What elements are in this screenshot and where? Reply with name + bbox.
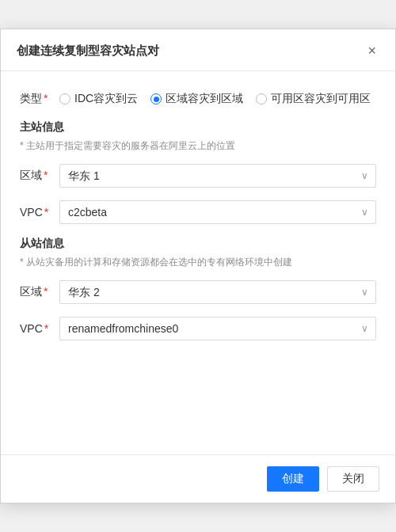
dialog-footer: 创建 关闭: [1, 454, 395, 503]
secondary-vpc-select-wrapper: renamedfromchinese0: [59, 317, 376, 340]
close-icon[interactable]: ×: [364, 42, 379, 59]
dialog-body: 类型* IDC容灾到云 区域容灾到区域 可用区容灾到可用区 主站信息: [1, 71, 395, 454]
required-star: *: [44, 92, 48, 104]
primary-vpc-row: VPC* c2cbeta: [20, 200, 376, 224]
secondary-section-note: * 从站灾备用的计算和存储资源都会在选中的专有网络环境中创建: [20, 256, 376, 269]
type-label: 类型*: [20, 87, 59, 106]
primary-vpc-field: c2cbeta: [59, 200, 376, 224]
primary-section: 主站信息 * 主站用于指定需要容灾的服务器在阿里云上的位置 区域* 华东 1: [20, 120, 376, 224]
primary-section-title: 主站信息: [20, 120, 376, 135]
radio-option-region[interactable]: 区域容灾到区域: [150, 92, 243, 106]
secondary-region-select[interactable]: 华东 2: [59, 280, 376, 304]
primary-region-select[interactable]: 华东 1: [59, 164, 376, 188]
primary-section-note: * 主站用于指定需要容灾的服务器在阿里云上的位置: [20, 139, 376, 153]
radio-circle-idc: [59, 93, 70, 104]
primary-region-select-wrapper: 华东 1: [59, 164, 376, 188]
create-button[interactable]: 创建: [267, 466, 319, 492]
secondary-section: 从站信息 * 从站灾备用的计算和存储资源都会在选中的专有网络环境中创建 区域* …: [20, 237, 376, 340]
type-radio-group: IDC容灾到云 区域容灾到区域 可用区容灾到可用区: [59, 87, 371, 106]
secondary-region-row: 区域* 华东 2: [20, 280, 376, 304]
secondary-vpc-field: renamedfromchinese0: [59, 317, 376, 340]
radio-option-zone[interactable]: 可用区容灾到可用区: [256, 92, 371, 106]
secondary-region-field: 华东 2: [59, 280, 376, 304]
primary-vpc-label: VPC*: [20, 206, 59, 218]
primary-region-label: 区域*: [20, 169, 59, 183]
primary-vpc-select[interactable]: c2cbeta: [59, 200, 376, 224]
radio-circle-zone: [256, 93, 267, 104]
secondary-vpc-select[interactable]: renamedfromchinese0: [59, 317, 376, 340]
secondary-region-select-wrapper: 华东 2: [59, 280, 376, 304]
secondary-vpc-label: VPC*: [20, 322, 59, 335]
radio-circle-region: [150, 93, 162, 104]
dialog-title: 创建连续复制型容灾站点对: [17, 44, 159, 59]
dialog: 创建连续复制型容灾站点对 × 类型* IDC容灾到云 区域容灾到区域 可用区: [0, 28, 396, 504]
close-button[interactable]: 关闭: [327, 466, 379, 492]
dialog-header: 创建连续复制型容灾站点对 ×: [1, 29, 395, 71]
secondary-vpc-row: VPC* renamedfromchinese0: [20, 317, 376, 340]
primary-vpc-select-wrapper: c2cbeta: [59, 200, 376, 224]
secondary-region-label: 区域*: [20, 285, 59, 299]
radio-option-idc[interactable]: IDC容灾到云: [59, 92, 138, 106]
primary-region-row: 区域* 华东 1: [20, 164, 376, 188]
type-row: 类型* IDC容灾到云 区域容灾到区域 可用区容灾到可用区: [20, 87, 376, 106]
secondary-section-title: 从站信息: [20, 237, 376, 251]
primary-region-field: 华东 1: [59, 164, 376, 188]
